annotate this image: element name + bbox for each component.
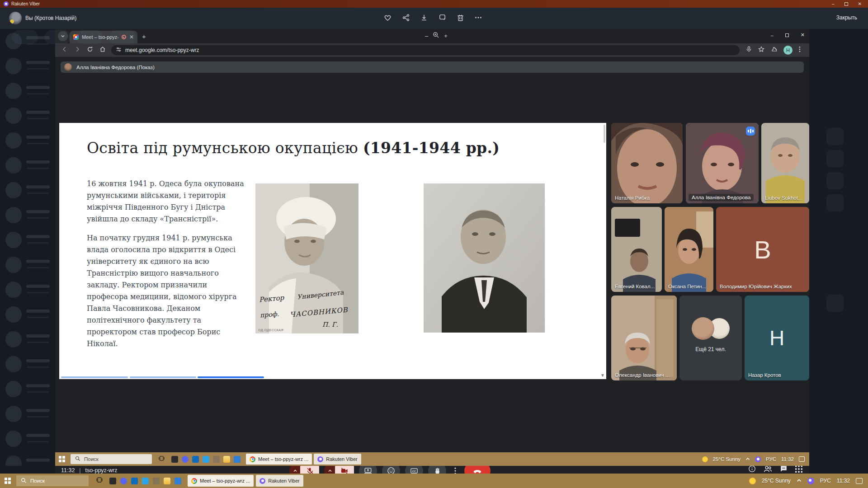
- chrome-icon: [191, 478, 197, 484]
- folder-icon[interactable]: [223, 456, 230, 463]
- app-icon[interactable]: [203, 456, 209, 463]
- photo-caption: проф.: [259, 310, 279, 319]
- dimmed-viber-shape: [826, 295, 844, 312]
- taskbar-search[interactable]: Поиск: [16, 475, 89, 486]
- taskbar-app-viber[interactable]: Rakuten Viber: [314, 454, 361, 465]
- participant-tile[interactable]: Олександр Іванович ...: [611, 296, 677, 380]
- taskbar-app-meet[interactable]: Meet – tso-ppyz-wrz ...: [188, 475, 254, 487]
- magnifier-plus-icon[interactable]: [433, 32, 439, 40]
- participant-tile[interactable]: Наталія Рибка: [611, 123, 683, 203]
- profile-avatar[interactable]: H: [783, 46, 793, 55]
- weather-text[interactable]: 25°C Sunny: [762, 478, 791, 484]
- app-icon[interactable]: [109, 478, 116, 484]
- slide-scrollbar[interactable]: [604, 125, 605, 143]
- back-icon[interactable]: [61, 46, 68, 54]
- task-view-icon[interactable]: [158, 455, 165, 464]
- participant-tile[interactable]: Н Назар Кротов: [745, 296, 809, 380]
- app-icon[interactable]: [175, 478, 181, 484]
- share-icon[interactable]: [402, 14, 410, 22]
- site-settings-icon[interactable]: [116, 46, 122, 54]
- participant-tile-speaking[interactable]: Алла Іванівна Федорова: [686, 123, 759, 203]
- more-options-icon[interactable]: [474, 14, 482, 22]
- forward-icon[interactable]: [74, 46, 80, 54]
- chrome-tabstrip: Meet – tso-ppyz-wrz ✕ + – + – ✕: [55, 29, 809, 43]
- dimmed-viber-shape: [826, 150, 844, 167]
- more-participants-tile[interactable]: Ещё 21 чел.: [679, 296, 742, 380]
- taskbar-app-meet[interactable]: Meet – tso-ppyz-wrz ...: [246, 454, 312, 465]
- app-icon[interactable]: [142, 478, 149, 484]
- address-bar[interactable]: meet.google.com/tso-ppyz-wrz: [111, 45, 740, 55]
- slide-title: Освіта під румунською окупацією (1941-19…: [87, 139, 500, 157]
- divider: |: [79, 467, 80, 474]
- letter-avatar: В: [716, 207, 809, 292]
- viber-window-title: Rakuten Viber: [11, 1, 40, 6]
- participant-tile[interactable]: Оксана Петин...: [665, 207, 713, 292]
- app-icon[interactable]: [131, 478, 138, 484]
- viber-close-share-button[interactable]: Закрыть: [836, 14, 857, 21]
- task-view-icon[interactable]: [96, 476, 103, 485]
- chrome-icon: [250, 456, 255, 462]
- scroll-down-icon[interactable]: ▼: [600, 373, 605, 378]
- zoom-out-button[interactable]: –: [425, 33, 428, 39]
- extensions-icon[interactable]: [771, 46, 777, 54]
- tray-chevron-icon[interactable]: [745, 456, 750, 462]
- app-icon[interactable]: [234, 456, 241, 463]
- clock[interactable]: 11:32: [837, 478, 850, 484]
- trash-icon[interactable]: [457, 14, 464, 22]
- dimmed-viber-shape: [826, 172, 844, 189]
- meeting-code: tso-ppyz-wrz: [85, 467, 118, 474]
- taskbar-search[interactable]: Поиск: [71, 454, 152, 464]
- progress-segment: [61, 376, 128, 378]
- weather-text[interactable]: 25°C Sunny: [713, 456, 741, 462]
- language-indicator[interactable]: РУС: [820, 478, 831, 484]
- participant-name: Оксана Петин...: [668, 284, 706, 289]
- voice-search-icon[interactable]: [746, 46, 752, 54]
- windows-taskbar: Поиск Meet – tso-ppyz-wrz ... Rakuten Vi…: [0, 474, 868, 488]
- action-center-icon[interactable]: [799, 456, 805, 462]
- viber-tray-icon[interactable]: [807, 478, 814, 484]
- presenter-banner: Алла Іванівна Федорова (Показ): [61, 61, 804, 73]
- language-indicator[interactable]: РУС: [766, 456, 776, 462]
- bookmark-star-icon[interactable]: [758, 46, 764, 54]
- clock[interactable]: 11:32: [781, 456, 794, 462]
- presenter-banner-text: Алла Іванівна Федорова (Показ): [76, 65, 155, 70]
- shared-screen-taskbar: Поиск Meet – tso-ppyz-wrz ... Rakuten Vi…: [55, 452, 809, 466]
- viber-icon: [317, 456, 323, 462]
- search-icon: [21, 478, 27, 484]
- heart-icon[interactable]: [383, 13, 392, 22]
- start-button-icon[interactable]: [5, 478, 11, 484]
- app-icon[interactable]: [153, 478, 160, 484]
- folder-icon[interactable]: [164, 478, 170, 484]
- action-center-icon[interactable]: [856, 478, 863, 484]
- app-icon[interactable]: [182, 456, 189, 463]
- app-icon[interactable]: [213, 456, 220, 463]
- download-icon[interactable]: [420, 14, 428, 22]
- app-icon[interactable]: [120, 478, 127, 484]
- home-icon[interactable]: [99, 46, 106, 54]
- participant-tile[interactable]: Liubov Sukhot...: [761, 123, 809, 203]
- viber-titlebar: Rakuten Viber – ✕: [0, 0, 868, 8]
- app-icon[interactable]: [171, 456, 178, 463]
- chrome-minimize-button[interactable]: –: [771, 33, 774, 38]
- new-tab-button[interactable]: +: [142, 33, 146, 40]
- participant-name: Евгений Ковал...: [615, 284, 655, 289]
- zoom-in-button[interactable]: +: [444, 33, 448, 39]
- tray-chevron-icon[interactable]: [797, 478, 802, 484]
- reload-icon[interactable]: [87, 46, 93, 54]
- viber-maximize-button[interactable]: [844, 2, 848, 6]
- app-icon[interactable]: [192, 456, 199, 463]
- participant-tile[interactable]: Евгений Ковал...: [611, 207, 662, 292]
- browser-menu-icon[interactable]: [799, 46, 801, 54]
- viber-close-button[interactable]: ✕: [858, 1, 862, 6]
- duplicate-icon[interactable]: [438, 13, 447, 22]
- taskbar-app-viber[interactable]: Rakuten Viber: [256, 475, 303, 487]
- progress-segment: [130, 376, 196, 378]
- participant-tile[interactable]: В Володимир Юрійович Жарких: [716, 207, 809, 292]
- viber-tray-icon[interactable]: [755, 456, 761, 462]
- chrome-maximize-button[interactable]: [785, 33, 789, 37]
- participant-name: Алла Іванівна Федорова: [689, 194, 754, 201]
- participant-name: Назар Кротов: [748, 372, 781, 378]
- start-button-icon[interactable]: [59, 456, 65, 462]
- chrome-close-button[interactable]: ✕: [801, 32, 805, 38]
- viber-minimize-button[interactable]: –: [832, 1, 835, 6]
